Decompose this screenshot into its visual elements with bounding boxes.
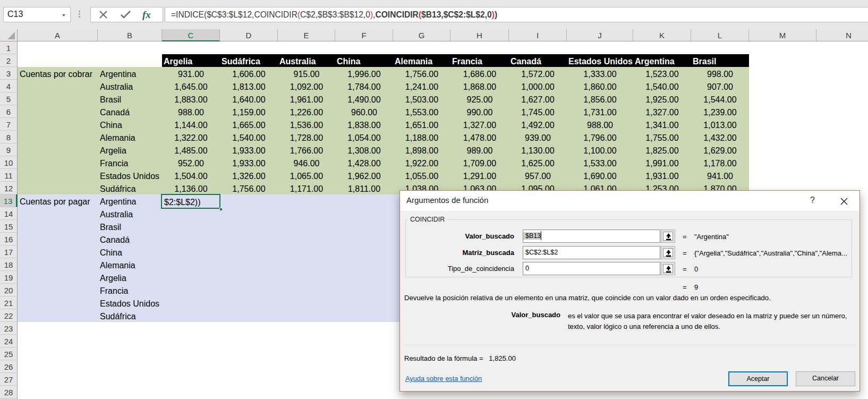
svg-text:fx: fx: [142, 9, 151, 20]
